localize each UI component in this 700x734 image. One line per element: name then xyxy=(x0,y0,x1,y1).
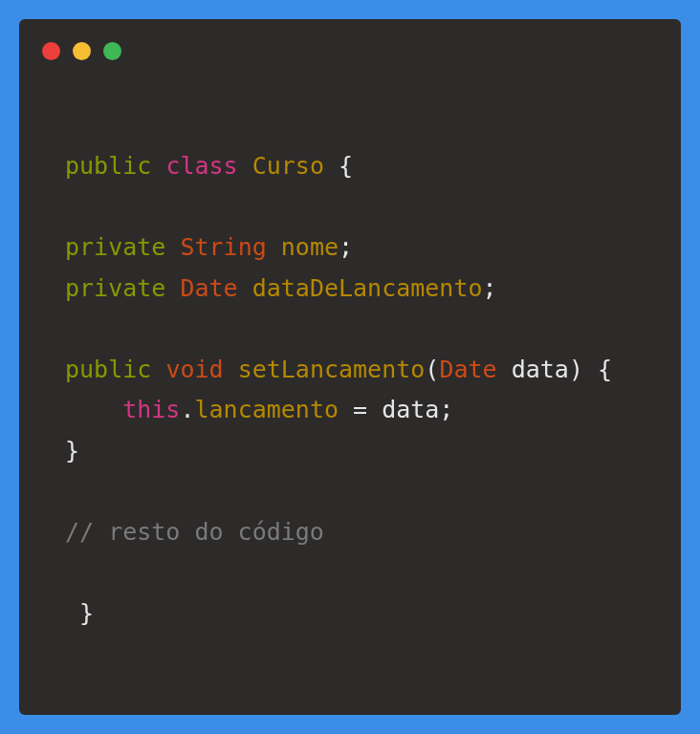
field-data: dataDeLancamento xyxy=(252,274,483,302)
paren-open: ( xyxy=(425,356,439,383)
traffic-lights xyxy=(42,42,658,60)
close-icon[interactable] xyxy=(42,42,60,60)
method-name: setLancamento xyxy=(238,356,426,383)
maximize-icon[interactable] xyxy=(103,42,121,60)
indent xyxy=(65,396,122,423)
param-type: Date xyxy=(439,356,496,383)
keyword-public: public xyxy=(65,356,151,383)
paren-close: ) xyxy=(569,356,583,383)
code-block: public class Curso { private String nome… xyxy=(42,146,658,634)
semicolon: ; xyxy=(483,274,497,302)
brace-open: { xyxy=(324,152,353,180)
class-name: Curso xyxy=(252,152,324,180)
semicolon: ; xyxy=(339,233,353,261)
keyword-this: this xyxy=(122,396,180,423)
code-window: public class Curso { private String nome… xyxy=(19,19,681,715)
dot: . xyxy=(180,396,194,423)
comment: // resto do código xyxy=(65,518,324,546)
brace-close: } xyxy=(65,437,79,464)
keyword-private: private xyxy=(65,233,165,261)
minimize-icon[interactable] xyxy=(73,42,91,60)
keyword-class: class xyxy=(165,152,237,180)
param-name: data xyxy=(497,356,569,383)
type-string: String xyxy=(180,233,266,261)
type-date: Date xyxy=(180,274,237,302)
field-nome: nome xyxy=(281,233,339,261)
keyword-public: public xyxy=(65,152,151,180)
assignment: = data; xyxy=(339,396,453,423)
brace-open: { xyxy=(583,356,612,383)
keyword-void: void xyxy=(165,356,223,383)
keyword-private: private xyxy=(65,274,165,302)
brace-close: } xyxy=(65,599,94,627)
field-lancamento: lancamento xyxy=(195,396,339,423)
